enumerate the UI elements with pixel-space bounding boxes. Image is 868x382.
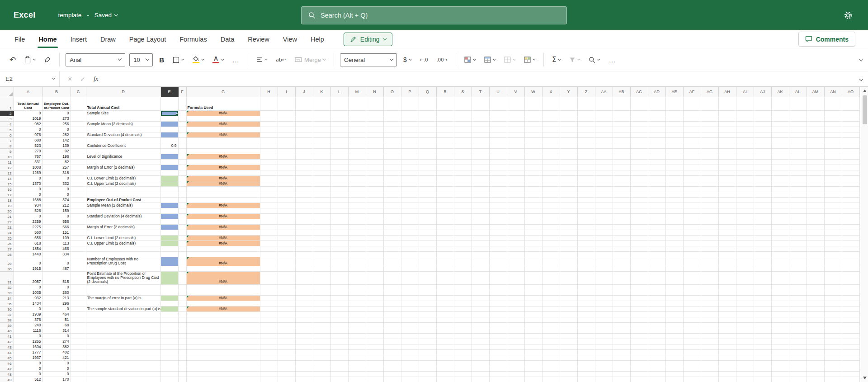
cell-S47[interactable] [454, 366, 472, 371]
cell-AL49[interactable] [789, 377, 807, 382]
cell-M35[interactable] [348, 301, 366, 306]
cell-G8[interactable] [186, 143, 260, 148]
cell-AM6[interactable] [807, 132, 824, 137]
cell-K32[interactable] [313, 284, 330, 290]
cell-I5[interactable] [278, 127, 295, 132]
cell-T3[interactable] [472, 116, 489, 121]
column-header-AD[interactable]: AD [648, 87, 665, 97]
cell-T18[interactable] [472, 197, 489, 203]
cell-O35[interactable] [383, 301, 401, 306]
cell-AO33[interactable] [842, 290, 859, 295]
cell-K18[interactable] [313, 197, 330, 203]
cell-G39[interactable] [186, 322, 260, 328]
cell-P46[interactable] [401, 360, 419, 366]
cell-AD17[interactable] [648, 192, 665, 197]
column-header-AA[interactable]: AA [595, 87, 613, 97]
cell-AD24[interactable] [648, 230, 665, 235]
cell-Q48[interactable] [419, 371, 436, 377]
cell-X37[interactable] [542, 311, 560, 317]
cell-AH46[interactable] [718, 360, 736, 366]
cell-H13[interactable] [260, 170, 278, 175]
cell-AD23[interactable] [648, 224, 665, 230]
number-format-select[interactable]: General [340, 53, 397, 66]
cell-P32[interactable] [401, 284, 419, 290]
cell-B25[interactable]: 109 [42, 235, 71, 241]
cell-C37[interactable] [71, 311, 86, 317]
tab-formulas[interactable]: Formulas [179, 30, 208, 48]
cell-X7[interactable] [542, 137, 560, 143]
cell-V13[interactable] [507, 170, 524, 175]
column-header-AL[interactable]: AL [789, 87, 807, 97]
cell-L6[interactable] [330, 132, 348, 137]
cell-K41[interactable] [313, 333, 330, 339]
row-header-49[interactable]: 49 [0, 377, 14, 382]
cell-AC34[interactable] [630, 295, 648, 301]
cell-A1[interactable]: Total Annual Cost [14, 97, 42, 110]
autosum-button[interactable]: Σ [550, 54, 563, 66]
cell-I7[interactable] [278, 137, 295, 143]
cell-AM37[interactable] [807, 311, 824, 317]
cell-C3[interactable] [71, 116, 86, 121]
cell-Y26[interactable] [560, 241, 577, 246]
cell-AG10[interactable] [701, 154, 718, 159]
cell-AH39[interactable] [718, 322, 736, 328]
cell-AE8[interactable] [665, 143, 683, 148]
cell-AL37[interactable] [789, 311, 807, 317]
cell-AA9[interactable] [595, 148, 613, 154]
cell-AD7[interactable] [648, 137, 665, 143]
cell-A40[interactable]: 1116 [14, 328, 42, 333]
cell-N42[interactable] [366, 339, 383, 344]
cell-N7[interactable] [366, 137, 383, 143]
cell-AD45[interactable] [648, 355, 665, 360]
cell-T39[interactable] [472, 322, 489, 328]
cell-X35[interactable] [542, 301, 560, 306]
cell-AK16[interactable] [771, 186, 789, 192]
cell-Q27[interactable] [419, 246, 436, 251]
column-header-AE[interactable]: AE [665, 87, 683, 97]
row-header-44[interactable]: 44 [0, 349, 14, 355]
cell-Y11[interactable] [560, 159, 577, 165]
cell-I22[interactable] [278, 219, 295, 224]
cell-C24[interactable] [71, 230, 86, 235]
cell-N8[interactable] [366, 143, 383, 148]
cell-M8[interactable] [348, 143, 366, 148]
cell-Y17[interactable] [560, 192, 577, 197]
cell-B30[interactable]: 487 [42, 266, 71, 271]
cell-O47[interactable] [383, 366, 401, 371]
cell-V1[interactable] [507, 97, 524, 110]
cell-AF38[interactable] [683, 317, 701, 322]
column-header-Z[interactable]: Z [577, 87, 595, 97]
cell-AO24[interactable] [842, 230, 859, 235]
cell-R43[interactable] [436, 344, 454, 349]
cell-N15[interactable] [366, 181, 383, 186]
cell-W28[interactable] [524, 251, 542, 257]
cell-R35[interactable] [436, 301, 454, 306]
cell-AO29[interactable] [842, 257, 859, 266]
cell-AI19[interactable] [736, 203, 754, 208]
cell-X10[interactable] [542, 154, 560, 159]
cell-AD48[interactable] [648, 371, 665, 377]
cell-AJ46[interactable] [754, 360, 771, 366]
cell-H16[interactable] [260, 186, 278, 192]
cell-N46[interactable] [366, 360, 383, 366]
cell-AK7[interactable] [771, 137, 789, 143]
cell-W36[interactable] [524, 306, 542, 311]
cell-AK49[interactable] [771, 377, 789, 382]
cell-AC47[interactable] [630, 366, 648, 371]
cell-M37[interactable] [348, 311, 366, 317]
cell-AO12[interactable] [842, 165, 859, 170]
cell-B11[interactable]: 82 [42, 159, 71, 165]
cell-I20[interactable] [278, 208, 295, 213]
cell-A39[interactable]: 240 [14, 322, 42, 328]
cell-K40[interactable] [313, 328, 330, 333]
cell-O23[interactable] [383, 224, 401, 230]
cell-T48[interactable] [472, 371, 489, 377]
row-header-28[interactable]: 28 [0, 251, 14, 257]
cell-F34[interactable] [178, 295, 186, 301]
cell-AO18[interactable] [842, 197, 859, 203]
cell-E39[interactable] [160, 322, 178, 328]
cell-AK42[interactable] [771, 339, 789, 344]
cell-J8[interactable] [295, 143, 313, 148]
cell-K43[interactable] [313, 344, 330, 349]
cell-AM10[interactable] [807, 154, 824, 159]
